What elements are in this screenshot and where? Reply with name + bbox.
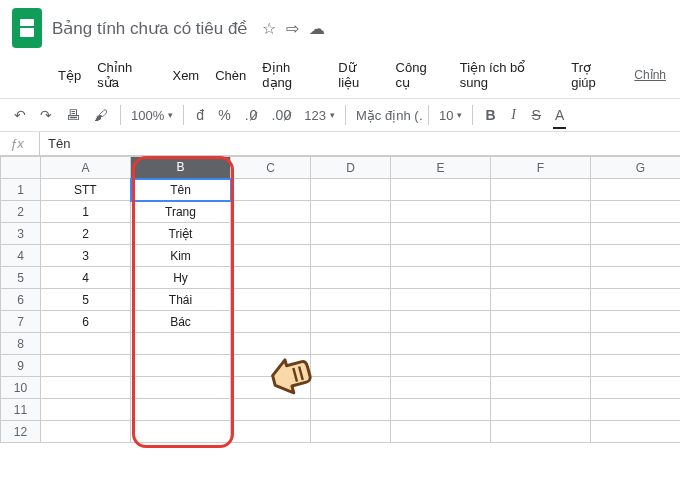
select-all-corner[interactable] [1, 157, 41, 179]
cell-A1[interactable]: STT [41, 179, 131, 201]
cell-E11[interactable] [391, 399, 491, 421]
menu-insert[interactable]: Chèn [209, 64, 252, 87]
row-header[interactable]: 6 [1, 289, 41, 311]
font-dropdown[interactable]: Mặc định (… [352, 104, 422, 127]
cell-F11[interactable] [491, 399, 591, 421]
row-header[interactable]: 9 [1, 355, 41, 377]
cell-C5[interactable] [231, 267, 311, 289]
document-title[interactable]: Bảng tính chưa có tiêu đề [52, 18, 247, 39]
paint-format-button[interactable]: 🖌 [88, 103, 114, 127]
format-123-dropdown[interactable]: 123 [300, 104, 339, 127]
strikethrough-button[interactable]: S [526, 103, 547, 127]
menu-tools[interactable]: Công cụ [390, 56, 450, 94]
cell-C1[interactable] [231, 179, 311, 201]
cell-D3[interactable] [311, 223, 391, 245]
cell-F8[interactable] [491, 333, 591, 355]
cell-B10[interactable] [131, 377, 231, 399]
zoom-dropdown[interactable]: 100% [127, 104, 177, 127]
column-header-b[interactable]: B [131, 157, 231, 179]
cell-G3[interactable] [591, 223, 681, 245]
cell-B5[interactable]: Hy [131, 267, 231, 289]
cell-E1[interactable] [391, 179, 491, 201]
row-header[interactable]: 12 [1, 421, 41, 443]
row-header[interactable]: 10 [1, 377, 41, 399]
cell-G7[interactable] [591, 311, 681, 333]
cell-D4[interactable] [311, 245, 391, 267]
cell-C3[interactable] [231, 223, 311, 245]
menu-file[interactable]: Tệp [52, 64, 87, 87]
cell-G1[interactable] [591, 179, 681, 201]
cell-C9[interactable] [231, 355, 311, 377]
row-header[interactable]: 11 [1, 399, 41, 421]
cell-A6[interactable]: 5 [41, 289, 131, 311]
cell-E6[interactable] [391, 289, 491, 311]
cell-B3[interactable]: Triệt [131, 223, 231, 245]
cell-A7[interactable]: 6 [41, 311, 131, 333]
percent-button[interactable]: % [212, 103, 236, 127]
cell-A2[interactable]: 1 [41, 201, 131, 223]
cell-E2[interactable] [391, 201, 491, 223]
cell-B6[interactable]: Thái [131, 289, 231, 311]
cell-B4[interactable]: Kim [131, 245, 231, 267]
cell-A10[interactable] [41, 377, 131, 399]
cell-B8[interactable] [131, 333, 231, 355]
cell-G12[interactable] [591, 421, 681, 443]
cell-F3[interactable] [491, 223, 591, 245]
row-header[interactable]: 2 [1, 201, 41, 223]
cell-A9[interactable] [41, 355, 131, 377]
menu-edit[interactable]: Chỉnh sửa [91, 56, 162, 94]
cell-E3[interactable] [391, 223, 491, 245]
row-header[interactable]: 8 [1, 333, 41, 355]
bold-button[interactable]: B [479, 103, 501, 127]
cell-D8[interactable] [311, 333, 391, 355]
cell-D7[interactable] [311, 311, 391, 333]
column-header-g[interactable]: G [591, 157, 681, 179]
cell-F1[interactable] [491, 179, 591, 201]
row-header[interactable]: 4 [1, 245, 41, 267]
cell-E5[interactable] [391, 267, 491, 289]
cell-A12[interactable] [41, 421, 131, 443]
row-header[interactable]: 3 [1, 223, 41, 245]
cell-F2[interactable] [491, 201, 591, 223]
cell-F9[interactable] [491, 355, 591, 377]
cell-D1[interactable] [311, 179, 391, 201]
menu-addons[interactable]: Tiện ích bổ sung [454, 56, 561, 94]
font-size-dropdown[interactable]: 10 [435, 104, 466, 127]
row-header[interactable]: 5 [1, 267, 41, 289]
italic-button[interactable]: I [504, 103, 524, 127]
column-header-c[interactable]: C [231, 157, 311, 179]
cell-E12[interactable] [391, 421, 491, 443]
cell-G10[interactable] [591, 377, 681, 399]
decrease-decimal-button[interactable]: .0̷ [239, 103, 264, 127]
cell-F12[interactable] [491, 421, 591, 443]
cell-D9[interactable] [311, 355, 391, 377]
column-header-e[interactable]: E [391, 157, 491, 179]
cell-F6[interactable] [491, 289, 591, 311]
sheets-logo-icon[interactable] [12, 8, 42, 48]
cloud-status-icon[interactable]: ☁ [309, 19, 325, 38]
cell-G11[interactable] [591, 399, 681, 421]
text-color-button[interactable]: A [549, 103, 570, 127]
cell-C2[interactable] [231, 201, 311, 223]
increase-decimal-button[interactable]: .00̷ [266, 103, 299, 127]
cell-B12[interactable] [131, 421, 231, 443]
cell-E7[interactable] [391, 311, 491, 333]
menu-data[interactable]: Dữ liệu [332, 56, 385, 94]
formula-input[interactable]: Tên [40, 136, 78, 151]
cell-G5[interactable] [591, 267, 681, 289]
cell-D12[interactable] [311, 421, 391, 443]
menu-format[interactable]: Định dạng [256, 56, 328, 94]
cell-B2[interactable]: Trang [131, 201, 231, 223]
cell-C6[interactable] [231, 289, 311, 311]
redo-button[interactable]: ↷ [34, 103, 58, 127]
cell-F4[interactable] [491, 245, 591, 267]
star-icon[interactable]: ☆ [262, 19, 276, 38]
cell-G6[interactable] [591, 289, 681, 311]
cell-E4[interactable] [391, 245, 491, 267]
row-header[interactable]: 7 [1, 311, 41, 333]
cell-B9[interactable] [131, 355, 231, 377]
cell-F5[interactable] [491, 267, 591, 289]
cell-A3[interactable]: 2 [41, 223, 131, 245]
column-header-d[interactable]: D [311, 157, 391, 179]
cell-G2[interactable] [591, 201, 681, 223]
